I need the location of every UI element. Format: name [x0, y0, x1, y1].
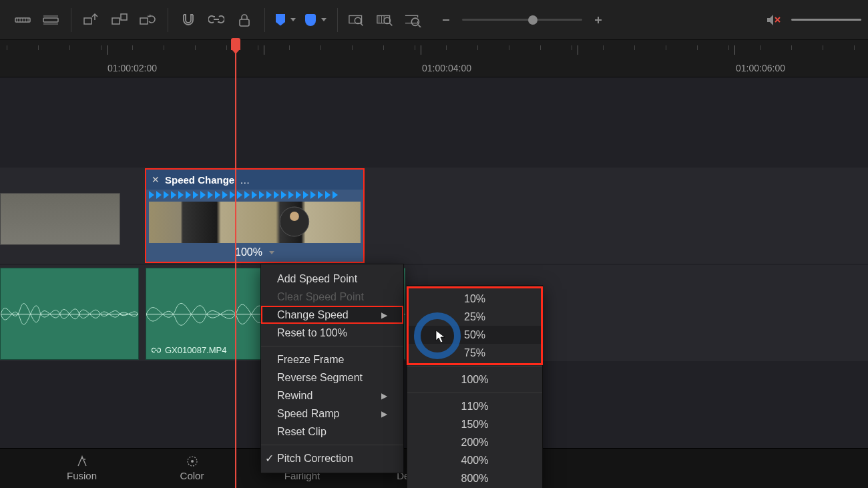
menu-separator [407, 366, 542, 367]
link-icon[interactable] [207, 12, 226, 28]
speed-context-menu: Add Speed Point Clear Speed Point Change… [260, 264, 404, 473]
menu-pitch-correction[interactable]: ✓ Pitch Correction [261, 449, 403, 467]
tab-color[interactable]: Color [137, 449, 247, 488]
svg-point-16 [191, 460, 194, 463]
ellipsis: … [240, 174, 250, 186]
menu-clear-speed-point: Clear Speed Point [261, 288, 403, 306]
menu-separator [261, 445, 403, 445]
chevron-right-icon: ▶ [381, 310, 387, 320]
chevron-down-icon [321, 18, 327, 21]
speed-option-25[interactable]: 25% [407, 308, 542, 326]
svg-point-12 [280, 207, 309, 236]
menu-reset-clip[interactable]: Reset Clip [261, 423, 403, 441]
stacked-timeline-icon[interactable] [41, 12, 60, 28]
timeline-view-icon[interactable] [13, 12, 32, 28]
menu-rewind[interactable]: Rewind ▶ [261, 387, 403, 405]
lock-icon[interactable] [235, 12, 254, 28]
menu-reverse-segment[interactable]: Reverse Segment [261, 369, 403, 387]
svg-rect-1 [43, 18, 58, 22]
speed-option-200[interactable]: 200% [407, 433, 542, 451]
menu-speed-ramp[interactable]: Speed Ramp ▶ [261, 405, 403, 423]
speed-clip-title: Speed Change [165, 174, 234, 186]
timeline-ruler[interactable]: 01:00:02:00 01:00:04:00 01:00:06:00 [0, 40, 868, 77]
change-speed-submenu: 10% 25% 50% 75% 100% 110% 150% 200% 400%… [407, 285, 543, 488]
color-icon [186, 455, 199, 467]
chevron-right-icon: ▶ [381, 391, 387, 401]
replace-clip-icon[interactable] [138, 12, 157, 28]
chevron-down-icon [290, 18, 296, 21]
audio-clip[interactable] [0, 268, 139, 360]
marker-icon [305, 14, 316, 26]
tab-fusion[interactable]: Fusion [27, 449, 137, 488]
link-icon [152, 346, 161, 355]
ruler-label: 01:00:06:00 [736, 63, 785, 73]
menu-reset-100[interactable]: Reset to 100% [261, 324, 403, 342]
svg-point-13 [290, 212, 299, 221]
marker-dropdown[interactable] [305, 12, 327, 28]
ruler-label: 01:00:02:00 [107, 63, 157, 73]
menu-change-speed[interactable]: Change Speed ▶ [261, 306, 403, 324]
menu-separator [261, 346, 403, 346]
menu-freeze-frame[interactable]: Freeze Frame [261, 350, 403, 369]
zoom-full-icon[interactable] [349, 12, 367, 28]
speed-value-dropdown[interactable]: 100% [146, 243, 363, 262]
flag-icon [276, 14, 285, 26]
audio-filename: GX010087.MP4 [165, 345, 227, 355]
clip-thumbnail [149, 202, 361, 243]
volume-slider[interactable] [791, 19, 861, 21]
fusion-icon [75, 455, 89, 467]
speed-option-75[interactable]: 75% [407, 344, 542, 362]
speed-option-150[interactable]: 150% [407, 415, 542, 433]
speed-change-clip[interactable]: ✕ Speed Change … 100% [145, 168, 365, 263]
close-icon[interactable]: ✕ [152, 174, 160, 185]
chevron-right-icon: ▶ [381, 409, 387, 419]
speed-value-label: 100% [235, 246, 262, 258]
mute-icon[interactable] [765, 12, 783, 28]
svg-rect-4 [121, 14, 127, 20]
svg-rect-6 [240, 19, 249, 26]
menu-add-speed-point[interactable]: Add Speed Point [261, 270, 403, 288]
speed-option-800[interactable]: 800% [407, 469, 542, 487]
zoom-slider-thumb[interactable] [528, 15, 537, 25]
flag-dropdown[interactable] [276, 12, 296, 28]
svg-point-14 [84, 459, 85, 460]
chevron-down-icon [269, 251, 274, 254]
speed-clip-header: ✕ Speed Change … [146, 170, 363, 190]
speed-option-400[interactable]: 400% [407, 451, 542, 469]
zoom-out-button[interactable] [437, 12, 455, 28]
svg-rect-2 [84, 18, 91, 24]
zoom-detail-icon[interactable] [377, 12, 395, 28]
overwrite-clip-icon[interactable] [110, 12, 129, 28]
zoom-custom-icon[interactable] [405, 12, 423, 28]
speed-option-100[interactable]: 100% [407, 371, 542, 389]
speed-option-110[interactable]: 110% [407, 397, 542, 415]
tab-label: Fusion [67, 470, 97, 481]
insert-clip-icon[interactable] [82, 12, 101, 28]
speed-option-10[interactable]: 10% [407, 290, 542, 308]
audio-clip-label: GX010087.MP4 [152, 345, 227, 355]
snap-icon[interactable] [179, 12, 198, 28]
check-icon: ✓ [265, 452, 274, 465]
zoom-in-button[interactable] [589, 12, 608, 28]
video-track[interactable] [0, 168, 868, 264]
tab-label: Color [180, 470, 204, 481]
ruler-label: 01:00:04:00 [422, 63, 471, 73]
zoom-slider[interactable] [462, 19, 582, 21]
speed-option-50[interactable]: 50% [407, 326, 542, 344]
speed-direction-indicator [149, 191, 361, 200]
timeline-toolbar [0, 0, 868, 40]
svg-rect-3 [112, 18, 120, 24]
menu-separator [407, 393, 542, 393]
previous-video-clip[interactable] [0, 193, 120, 245]
svg-rect-5 [140, 18, 148, 24]
